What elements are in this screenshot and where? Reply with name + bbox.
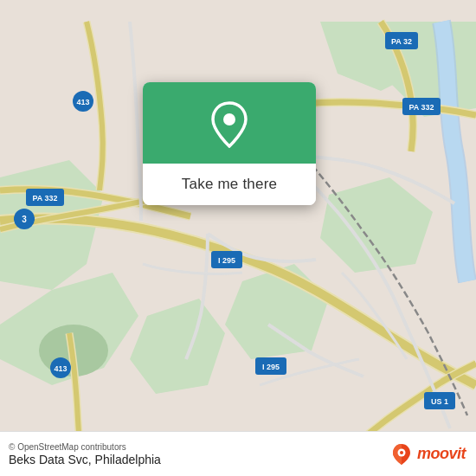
svg-point-29 — [223, 113, 235, 125]
svg-text:PA 332: PA 332 — [32, 194, 57, 203]
moovit-brand-icon — [389, 442, 414, 466]
osm-attribution: © OpenStreetMap contributors — [9, 442, 161, 452]
svg-text:413: 413 — [54, 364, 67, 373]
bottom-left-info: © OpenStreetMap contributors Beks Data S… — [9, 442, 161, 466]
location-name: Beks Data Svc, Philadelphia — [9, 453, 161, 466]
popup-card: Take me there — [143, 82, 316, 205]
svg-text:I 295: I 295 — [262, 363, 280, 371]
map-svg: I 295 I 295 I 295 PA 332 PA 332 PA 32 3 … — [0, 0, 476, 476]
bottom-bar: © OpenStreetMap contributors Beks Data S… — [0, 431, 476, 476]
svg-text:US 1: US 1 — [431, 397, 448, 406]
svg-text:I 295: I 295 — [218, 256, 235, 265]
popup-green-header — [143, 82, 316, 164]
svg-text:413: 413 — [76, 98, 89, 106]
map-container: I 295 I 295 I 295 PA 332 PA 332 PA 32 3 … — [0, 0, 476, 476]
svg-text:3: 3 — [22, 215, 27, 224]
moovit-brand-name: moovit — [417, 445, 466, 463]
take-me-there-button[interactable]: Take me there — [143, 164, 316, 205]
svg-text:PA 332: PA 332 — [408, 103, 434, 112]
svg-point-31 — [400, 451, 403, 454]
moovit-logo: moovit — [389, 442, 466, 466]
svg-text:PA 32: PA 32 — [391, 37, 412, 46]
location-pin-icon — [210, 101, 248, 148]
